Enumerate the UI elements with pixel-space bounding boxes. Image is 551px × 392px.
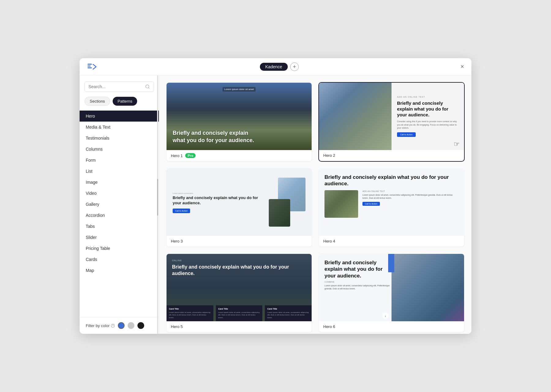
logo: [87, 61, 98, 72]
help-icon: [111, 324, 115, 328]
app-window: Kadence + × Sections Patterns Hero Media…: [80, 58, 471, 334]
card-preview-hero6: Briefly and concisely explain what you d…: [319, 254, 464, 321]
card-preview-hero3: Lorem ipsum consectetur Briefly and conc…: [167, 168, 312, 236]
card-label-hero1: Hero 1 Pro: [167, 150, 312, 161]
nav-item-image[interactable]: Image: [80, 177, 159, 188]
nav-item-cards[interactable]: Cards: [80, 254, 159, 265]
card-label-hero2: Hero 2: [319, 150, 464, 161]
card-hero6[interactable]: Briefly and concisely explain what you d…: [319, 254, 464, 332]
card-hero5[interactable]: ONLINE Briefly and concisely explain wha…: [167, 254, 312, 332]
add-button[interactable]: +: [290, 62, 299, 71]
card-hero3[interactable]: Lorem ipsum consectetur Briefly and conc…: [167, 168, 312, 247]
search-input[interactable]: [88, 84, 143, 89]
svg-rect-1: [88, 66, 91, 66]
card-preview-hero1: Lorem ipsum dolor sit amet Briefly and c…: [167, 83, 312, 150]
nav-item-gallery[interactable]: Gallery: [80, 199, 159, 210]
color-filter-blue[interactable]: [118, 322, 125, 329]
tab-patterns[interactable]: Patterns: [113, 97, 137, 106]
nav-item-map[interactable]: Map: [80, 265, 159, 276]
nav-item-slider[interactable]: Slider: [80, 232, 159, 243]
svg-point-3: [146, 85, 149, 88]
scrollbar: [157, 75, 158, 334]
nav-item-form[interactable]: Form: [80, 155, 159, 166]
svg-rect-2: [88, 67, 92, 68]
scroll-thumb: [157, 179, 158, 216]
content-area: Lorem ipsum dolor sit amet Briefly and c…: [159, 75, 471, 334]
card-label-hero5: Hero 5: [167, 321, 312, 332]
search-bar[interactable]: [84, 81, 154, 92]
search-icon: [145, 84, 150, 89]
titlebar-center: Kadence +: [260, 62, 299, 71]
nav-item-accordion[interactable]: Accordion: [80, 210, 159, 221]
card-hero2[interactable]: ADD AN ONLINE TEXT Briefly and concisely…: [319, 83, 464, 161]
card-label-hero3: Hero 3: [167, 236, 312, 247]
sidebar: Sections Patterns Hero Media & Text Test…: [80, 75, 159, 334]
card-preview-hero4: Briefly and concisely explain what you d…: [319, 168, 464, 236]
tab-sections[interactable]: Sections: [84, 97, 110, 106]
nav-item-list[interactable]: List: [80, 166, 159, 177]
nav-list: Hero Media & Text Testimonials Columns F…: [80, 111, 159, 317]
color-filter-dark[interactable]: [137, 322, 144, 329]
card-hero4[interactable]: Briefly and concisely explain what you d…: [319, 168, 464, 247]
nav-item-pricing-table[interactable]: Pricing Table: [80, 243, 159, 254]
nav-item-columns[interactable]: Columns: [80, 144, 159, 155]
sidebar-footer: Filter by color: [80, 317, 159, 334]
card-preview-hero5: ONLINE Briefly and concisely explain wha…: [167, 254, 312, 321]
card-label-hero6: Hero 6: [319, 321, 464, 332]
kadence-label: Kadence: [260, 63, 288, 71]
card-grid: Lorem ipsum dolor sit amet Briefly and c…: [167, 83, 464, 332]
close-button[interactable]: ×: [460, 63, 464, 70]
card-hero1[interactable]: Lorem ipsum dolor sit amet Briefly and c…: [167, 83, 312, 161]
titlebar: Kadence + ×: [80, 58, 471, 75]
main-layout: Sections Patterns Hero Media & Text Test…: [80, 75, 471, 334]
tab-row: Sections Patterns: [80, 97, 159, 111]
nav-item-tabs[interactable]: Tabs: [80, 221, 159, 232]
nav-item-hero[interactable]: Hero: [80, 111, 159, 122]
card-preview-hero2: ADD AN ONLINE TEXT Briefly and concisely…: [319, 83, 464, 150]
color-filter-gray[interactable]: [128, 322, 134, 329]
card-label-hero4: Hero 4: [319, 236, 464, 247]
filter-label: Filter by color: [86, 323, 115, 328]
svg-rect-0: [88, 64, 92, 65]
nav-item-testimonials[interactable]: Testimonials: [80, 133, 159, 144]
pro-badge: Pro: [185, 153, 196, 158]
nav-item-media-text[interactable]: Media & Text: [80, 122, 159, 133]
svg-line-4: [148, 88, 149, 89]
nav-item-video[interactable]: Video: [80, 188, 159, 199]
